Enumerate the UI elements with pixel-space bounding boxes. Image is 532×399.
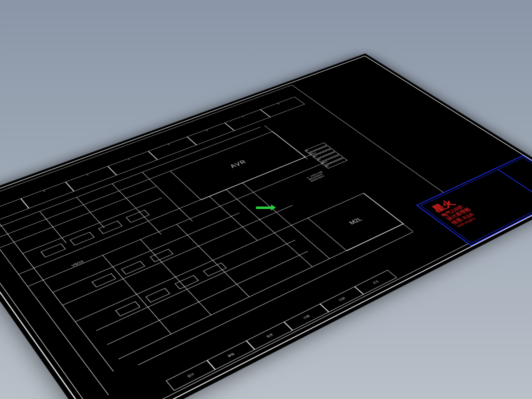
wire: [96, 240, 296, 331]
component: [174, 275, 198, 289]
component: [146, 288, 170, 302]
ruler-cell: 7: [224, 110, 270, 131]
ucs-icon: [256, 202, 276, 212]
avr-label: AVR: [229, 159, 248, 169]
component: [92, 274, 116, 288]
component: [126, 210, 150, 223]
ucs-arrow-icon: [256, 206, 272, 209]
component: [150, 249, 174, 262]
3d-viewport[interactable]: 1 2 3 4 5 6 7 8 VA/B V5/15: [0, 0, 532, 399]
wire: [176, 224, 250, 296]
ruler-cell: 6: [187, 123, 234, 146]
wire: [22, 198, 162, 254]
ruler-cell: 4: [108, 151, 158, 175]
m2l-label: M2L: [348, 216, 364, 226]
component: [98, 220, 122, 234]
component: [115, 302, 140, 316]
ruler-cell: 8: [260, 96, 304, 117]
wire: [52, 213, 240, 293]
component: [203, 262, 227, 276]
wire: [140, 239, 211, 315]
wire: [209, 196, 258, 240]
drawing-sheet: 1 2 3 4 5 6 7 8 VA/B V5/15: [0, 54, 532, 399]
component: [40, 244, 66, 258]
ruler-cell: 5: [148, 136, 196, 160]
header-label: VA/B: [0, 200, 1, 206]
ruler-cell: 2: [21, 182, 74, 208]
component: [70, 232, 94, 246]
footer-table: 设计 审核 批准 日期 比例 页次: [166, 270, 397, 391]
ruler-cell: 3: [65, 166, 116, 192]
component: [121, 261, 145, 274]
table-cell: 页次: [354, 270, 397, 294]
